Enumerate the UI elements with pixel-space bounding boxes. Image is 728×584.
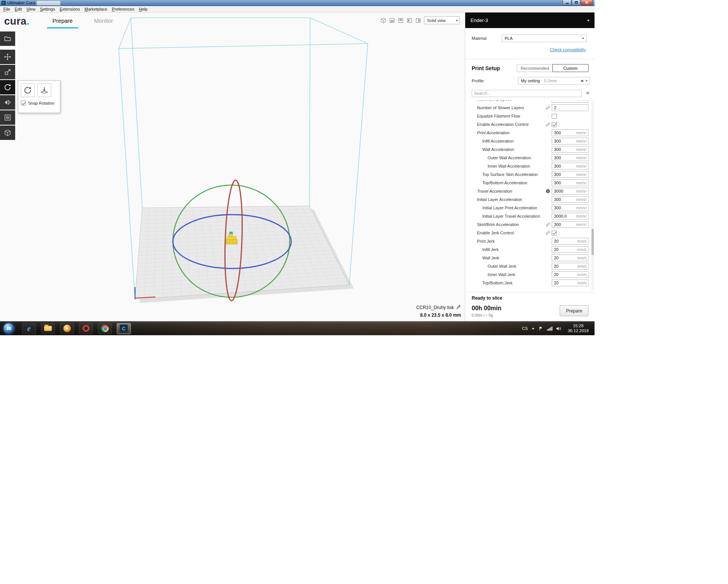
setting-value-field[interactable]: 3000mm/s² xyxy=(552,188,588,195)
setting-checkbox[interactable] xyxy=(552,122,557,127)
menu-help[interactable]: Help xyxy=(136,6,150,12)
cura-taskbar-button[interactable]: C xyxy=(117,323,131,334)
setting-value-field[interactable]: 20mm/s xyxy=(552,263,588,270)
setting-row[interactable]: Top Surface Skin Acceleration300mm/s² xyxy=(465,170,595,179)
setting-row[interactable]: Infill Acceleration300mm/s² xyxy=(465,137,595,145)
reset-rotation-button[interactable] xyxy=(21,83,35,97)
setting-row[interactable]: Wall Jerk20mm/s xyxy=(465,254,595,262)
setting-row[interactable]: Travel Acceleration3000mm/s² xyxy=(465,187,595,195)
prepare-button[interactable]: Prepare xyxy=(560,305,588,316)
hidden-icons-icon[interactable] xyxy=(531,327,535,330)
setting-row[interactable]: Infill Jerk20mm/s xyxy=(465,245,595,254)
scale-tool-button[interactable] xyxy=(0,65,15,79)
rotate-tool-button[interactable] xyxy=(0,80,15,94)
setting-row[interactable]: Top/Bottom Jerk20mm/s xyxy=(465,279,595,287)
mirror-tool-button[interactable] xyxy=(0,95,15,110)
tab-monitor[interactable]: Monitor xyxy=(87,13,120,28)
machine-header[interactable]: Ender-3 ▾ xyxy=(465,13,595,28)
viewport-3d[interactable] xyxy=(0,13,465,321)
menu-file[interactable]: File xyxy=(1,6,13,12)
setting-value-field[interactable]: 20mm/s xyxy=(552,254,588,261)
close-button[interactable] xyxy=(581,0,593,5)
setting-row[interactable]: Initial Layer Print Acceleration300mm/s² xyxy=(465,204,595,212)
language-indicator[interactable]: CS xyxy=(522,326,528,331)
setting-value-field[interactable]: 300mm/s² xyxy=(552,196,588,203)
setting-value-field[interactable]: 20mm/s xyxy=(552,271,588,278)
setting-row[interactable]: Initial Layer Acceleration300mm/s² xyxy=(465,195,595,204)
profile-dropdown[interactable]: My setting - 0.2mm ★ ▾ xyxy=(518,77,590,85)
setting-value-field[interactable]: mm/s xyxy=(552,100,588,103)
setting-row[interactable]: Maximum Z Speedmm/s xyxy=(465,100,595,104)
setting-row[interactable]: Skirt/Brim Acceleration300mm/s² xyxy=(465,220,595,229)
setting-value-field[interactable]: 3000.0mm/s² xyxy=(552,213,588,220)
menu-view[interactable]: View xyxy=(24,6,38,12)
view-top-icon[interactable] xyxy=(398,17,404,24)
scrollbar-thumb[interactable] xyxy=(592,229,594,255)
setting-value-field[interactable]: 20mm/s xyxy=(552,279,588,286)
menu-extensions[interactable]: Extensions xyxy=(57,6,82,12)
setting-value-field[interactable]: 300mm/s² xyxy=(552,129,588,136)
check-compatibility-link[interactable]: Check compatibility xyxy=(550,47,586,52)
view-mode-dropdown[interactable]: Solid view ▾ xyxy=(424,16,460,24)
volume-icon[interactable] xyxy=(556,326,562,331)
favorite-star-icon[interactable]: ★ xyxy=(581,78,584,83)
setting-value-field[interactable]: 2 xyxy=(552,104,588,111)
setting-value-field[interactable]: 300mm/s² xyxy=(552,204,588,211)
hamburger-menu-icon[interactable]: ≡ xyxy=(586,90,589,96)
open-file-button[interactable] xyxy=(0,31,15,46)
setting-checkbox[interactable] xyxy=(552,231,557,235)
view-3d-icon[interactable] xyxy=(380,17,386,24)
lay-flat-button[interactable] xyxy=(38,83,51,97)
flag-icon[interactable] xyxy=(538,326,543,331)
setting-row[interactable]: Outer Wall Jerk20mm/s xyxy=(465,262,595,270)
tab-prepare[interactable]: Prepare xyxy=(46,13,79,28)
recommended-mode-button[interactable]: Recommended xyxy=(517,64,553,72)
custom-mode-button[interactable]: Custom xyxy=(552,64,588,72)
view-front-icon[interactable] xyxy=(389,17,395,24)
setting-row[interactable]: Inner Wall Acceleration300mm/s² xyxy=(465,162,595,170)
background-window-tab[interactable] xyxy=(36,0,61,5)
setting-value-field[interactable]: 300mm/s² xyxy=(552,171,588,178)
setting-value-field[interactable]: 300mm/s² xyxy=(552,138,588,144)
chrome-taskbar-button[interactable] xyxy=(98,323,112,334)
setting-row[interactable]: Print Acceleration300mm/s² xyxy=(465,129,595,137)
opera-taskbar-button[interactable] xyxy=(79,323,93,334)
setting-value-field[interactable]: 300mm/s² xyxy=(552,146,588,153)
setting-row[interactable]: Print Jerk20mm/s xyxy=(465,237,595,245)
view-right-icon[interactable] xyxy=(415,17,421,24)
setting-row[interactable]: Number of Slower Layers2 xyxy=(465,104,595,112)
view-left-icon[interactable] xyxy=(406,17,413,24)
setting-row[interactable]: Enable Jerk Control xyxy=(465,229,595,237)
snap-rotation-checkbox[interactable] xyxy=(21,100,26,105)
rename-pencil-icon[interactable] xyxy=(456,305,461,311)
support-blocker-tool-button[interactable] xyxy=(0,126,15,140)
material-dropdown[interactable]: PLA ▾ xyxy=(502,35,587,42)
setting-value-field[interactable]: 20mm/s xyxy=(552,238,588,245)
setting-row[interactable]: Top/Bottom Acceleration300mm/s² xyxy=(465,179,595,187)
move-tool-button[interactable] xyxy=(0,50,15,64)
taskbar-clock[interactable]: 15:28 30.12.2018 xyxy=(565,323,592,333)
menu-settings[interactable]: Settings xyxy=(38,6,57,12)
search-input[interactable] xyxy=(472,90,582,97)
minimize-button[interactable] xyxy=(563,0,571,5)
media-player-taskbar-button[interactable] xyxy=(60,323,74,334)
start-button[interactable] xyxy=(3,323,14,334)
per-model-settings-tool-button[interactable] xyxy=(0,110,15,125)
setting-value-field[interactable]: 300mm/s² xyxy=(552,221,588,228)
setting-value-field[interactable]: 300mm/s² xyxy=(552,163,588,170)
menu-marketplace[interactable]: Marketplace xyxy=(82,6,110,12)
setting-row[interactable]: Equalize Filament Flow xyxy=(465,112,595,120)
setting-row[interactable]: Inner Wall Jerk20mm/s xyxy=(465,270,595,279)
setting-value-field[interactable]: 300mm/s² xyxy=(552,154,588,161)
setting-checkbox[interactable] xyxy=(552,114,557,119)
file-explorer-taskbar-button[interactable] xyxy=(41,323,55,334)
setting-value-field[interactable]: 20mm/s xyxy=(552,246,588,253)
setting-row[interactable]: Outer Wall Acceleration300mm/s² xyxy=(465,154,595,162)
settings-scrollbar[interactable] xyxy=(591,100,594,290)
setting-row[interactable]: Initial Layer Travel Acceleration3000.0m… xyxy=(465,212,595,220)
network-icon[interactable] xyxy=(547,326,552,331)
setting-row[interactable]: Enable Acceleration Control xyxy=(465,120,595,129)
menu-edit[interactable]: Edit xyxy=(13,6,24,12)
setting-value-field[interactable]: 300mm/s² xyxy=(552,179,588,186)
menu-preferences[interactable]: Preferences xyxy=(110,6,136,12)
